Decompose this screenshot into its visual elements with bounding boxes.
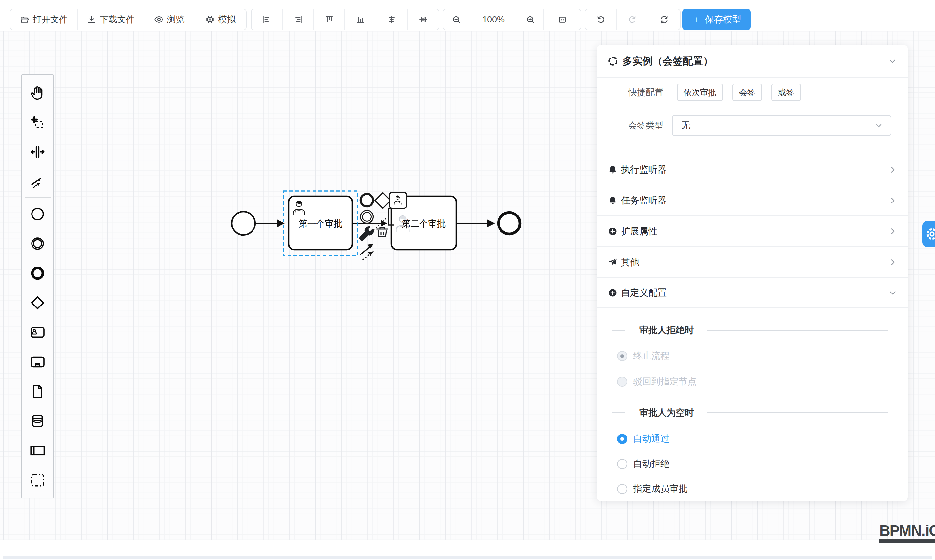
section-自定义配置[interactable]: 自定义配置: [597, 277, 908, 308]
palette-subprocess[interactable]: [23, 347, 52, 377]
space-tool-icon: [29, 143, 46, 161]
toolbar-button-align-bottom[interactable]: [345, 9, 376, 29]
toolbar-button-label: 打开文件: [33, 14, 68, 25]
toolbar-button-align-left[interactable]: [252, 9, 283, 29]
palette-lasso-tool[interactable]: [23, 108, 52, 137]
section-label: 其他: [621, 256, 639, 268]
toolbar-button-cpu[interactable]: 模拟: [194, 9, 246, 29]
chevron-right-icon: [888, 196, 897, 205]
bpmn-io-logo[interactable]: BPMN.iO: [880, 522, 935, 543]
align-hcenter-icon: [387, 15, 397, 25]
section-其他[interactable]: 其他: [597, 246, 908, 277]
panel-sections: 执行监听器任务监听器扩展属性其他自定义配置: [597, 154, 908, 308]
toolbar-button-align-hcenter[interactable]: [376, 9, 408, 29]
zoom-in-icon: [526, 15, 535, 25]
toolbar-button-reset[interactable]: [648, 9, 680, 29]
zoom-out-button[interactable]: [443, 9, 470, 29]
plus-circle-icon: [607, 288, 618, 298]
bpmn-modeler-app: 第一个审批 第二个审批: [0, 0, 935, 560]
folder-open-icon: [20, 14, 30, 25]
palette-intermediate-event[interactable]: [23, 229, 52, 258]
sign-type-select[interactable]: 无: [672, 115, 892, 136]
toolbar-file-group: 打开文件下载文件浏览模拟: [10, 9, 247, 30]
palette-user-task[interactable]: [23, 317, 52, 347]
zoom-out-icon: [451, 15, 461, 25]
toolbar: 打开文件下载文件浏览模拟 100% ＋ 保存模型: [0, 0, 935, 31]
download-icon: [86, 14, 97, 25]
toolbar-button-align-vcenter[interactable]: [408, 9, 439, 29]
toolbar-align-group: [251, 9, 439, 30]
radio-option-指定成员审批[interactable]: 指定成员审批: [617, 480, 688, 498]
toolbar-button-folder-open[interactable]: 打开文件: [11, 9, 78, 29]
palette-end-event[interactable]: [23, 258, 52, 288]
reject-group-title: 审批人拒绝时: [597, 321, 908, 339]
plus-icon: ＋: [692, 15, 702, 25]
participant-icon: [29, 442, 46, 460]
gear-icon: [925, 227, 935, 241]
panel-title: 多实例（会签配置）: [622, 54, 713, 68]
quick-config-option-2[interactable]: 或签: [771, 83, 801, 101]
toolbar-button-label: 下载文件: [100, 14, 135, 25]
fit-screen-button[interactable]: [544, 9, 581, 29]
section-label: 执行监听器: [621, 163, 667, 176]
chevron-right-icon: [888, 227, 897, 236]
panel-header[interactable]: 多实例（会签配置）: [597, 45, 908, 77]
section-执行监听器[interactable]: 执行监听器: [597, 154, 908, 185]
palette-data-store[interactable]: [23, 406, 52, 436]
reset-icon: [659, 15, 669, 25]
section-任务监听器[interactable]: 任务监听器: [597, 185, 908, 215]
align-top-icon: [324, 15, 334, 25]
radio-option-自动通过[interactable]: 自动通过: [617, 430, 669, 448]
radio-option-自动拒绝[interactable]: 自动拒绝: [617, 455, 669, 472]
palette-start-event[interactable]: [23, 199, 52, 229]
radio-button[interactable]: [617, 434, 627, 444]
toolbar-button-label: 模拟: [218, 14, 235, 25]
toolbar-button-align-right[interactable]: [283, 9, 314, 29]
radio-label: 终止流程: [633, 350, 669, 362]
settings-tab[interactable]: [922, 221, 935, 247]
lasso-tool-icon: [29, 114, 46, 131]
sign-type-label: 会签类型: [597, 120, 663, 131]
radio-label: 自动拒绝: [633, 458, 669, 470]
toolbar-history-group: [585, 9, 681, 30]
chevron-down-icon: [874, 121, 884, 130]
palette-space-tool[interactable]: [23, 137, 52, 167]
bell-icon: [607, 195, 618, 206]
toolbar-button-align-top[interactable]: [314, 9, 345, 29]
quick-config-option-1[interactable]: 会签: [732, 83, 762, 101]
section-扩展属性[interactable]: 扩展属性: [597, 215, 908, 246]
palette-group[interactable]: [23, 465, 52, 495]
connect-tool-icon: [29, 172, 46, 191]
data-store-icon: [29, 412, 46, 430]
palette-separator: [25, 197, 51, 198]
horizontal-scrollbar[interactable]: [3, 556, 932, 559]
zoom-level[interactable]: 100%: [470, 9, 517, 29]
end-event-icon: [29, 264, 46, 282]
radio-button[interactable]: [617, 459, 627, 469]
toolbar-button-redo[interactable]: [617, 9, 648, 29]
radio-button: [617, 377, 627, 387]
radio-button[interactable]: [617, 484, 627, 494]
quick-config-option-0[interactable]: 依次审批: [677, 83, 723, 101]
toolbar-button-undo[interactable]: [585, 9, 617, 29]
palette-hand-tool[interactable]: [23, 78, 52, 108]
radio-label: 指定成员审批: [633, 483, 688, 495]
section-label: 扩展属性: [621, 225, 657, 238]
palette-gateway[interactable]: [23, 288, 52, 317]
radio-label: 自动通过: [633, 432, 669, 445]
toolbar-button-eye[interactable]: 浏览: [144, 9, 194, 29]
radio-label: 驳回到指定节点: [633, 375, 697, 388]
group-icon: [29, 471, 46, 489]
palette-participant[interactable]: [23, 436, 52, 465]
save-model-button[interactable]: ＋ 保存模型: [683, 9, 751, 30]
plus-circle-icon: [607, 226, 618, 237]
palette-data-object[interactable]: [23, 377, 52, 406]
gateway-icon: [29, 294, 46, 312]
quick-config-row: 快捷配置 依次审批会签或签: [597, 81, 908, 103]
chevron-down-icon: [888, 288, 897, 297]
zoom-in-button[interactable]: [517, 9, 544, 29]
chevron-down-icon[interactable]: [887, 56, 897, 66]
palette-connect-tool[interactable]: [23, 167, 52, 196]
align-vcenter-icon: [418, 15, 428, 25]
toolbar-button-download[interactable]: 下载文件: [78, 9, 144, 29]
